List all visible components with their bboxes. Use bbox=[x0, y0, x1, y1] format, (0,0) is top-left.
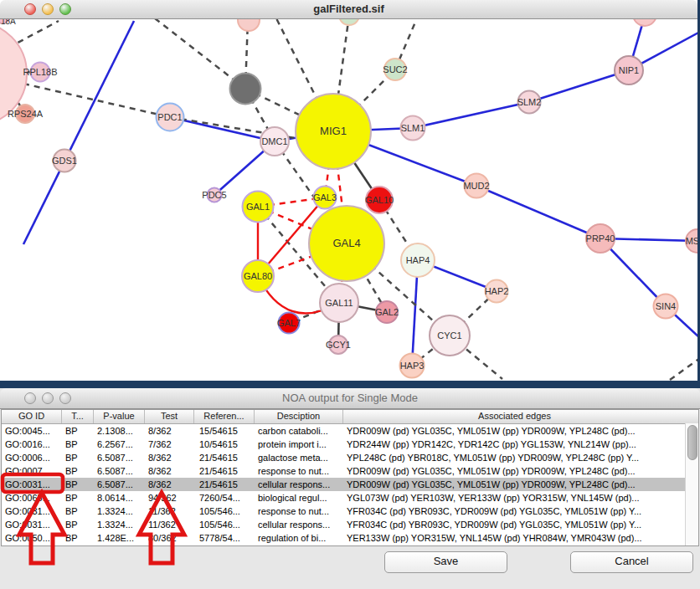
node-gal3[interactable]: GAL3 bbox=[313, 187, 337, 209]
table-cell: GO:0007... bbox=[2, 464, 62, 478]
node-gal7[interactable]: GAL7 bbox=[277, 313, 301, 334]
table-cell: YFR034C (pd) YBR093C, YDR009W (pd) YGL03… bbox=[343, 504, 686, 518]
node-gal1[interactable]: GAL1 bbox=[243, 192, 274, 223]
column-header-referen[interactable]: Referen... bbox=[194, 410, 255, 423]
node-circle[interactable] bbox=[339, 19, 359, 25]
node-pdc1[interactable]: PDC1 bbox=[157, 104, 184, 131]
network-window-titlebar: galFiltered.sif bbox=[0, 0, 697, 19]
node-suc2[interactable]: SUC2 bbox=[383, 59, 407, 80]
table-cell: 105/546... bbox=[194, 518, 255, 531]
node-msl5[interactable]: MSL5 bbox=[686, 229, 697, 253]
node-unlabeled[interactable] bbox=[339, 19, 359, 25]
table-cell: 8/362 bbox=[145, 478, 194, 491]
table-row[interactable]: GO:0065...BP8.0614...94/3627260/54...bio… bbox=[2, 491, 698, 504]
table-body: GO:0045...BP2.1308...8/36215/54615carbon… bbox=[2, 424, 698, 545]
node-cyc1[interactable]: CYC1 bbox=[430, 315, 470, 356]
node-circle[interactable] bbox=[633, 19, 656, 26]
node-mig1[interactable]: MIG1 bbox=[296, 94, 371, 169]
table-cell: BP bbox=[62, 451, 94, 464]
node-slm1[interactable]: SLM1 bbox=[401, 116, 425, 141]
table-cell: YPL248C (pd) YBR018C, YML051W (pp) YDR00… bbox=[343, 451, 686, 464]
node-hap3[interactable]: HAP3 bbox=[400, 354, 425, 378]
table-cell: BP bbox=[62, 424, 94, 438]
node-rpl18b[interactable]: RPL18B bbox=[23, 63, 58, 82]
save-button[interactable]: Save bbox=[384, 551, 507, 573]
node-gal80[interactable]: GAL80 bbox=[242, 260, 274, 292]
table-cell: 1.428E... bbox=[94, 531, 145, 545]
table-header-row: GO IDT...P-valueTestReferen...Desciption… bbox=[2, 410, 698, 424]
node-hap2[interactable]: HAP2 bbox=[485, 280, 509, 303]
table-cell: 11/362 bbox=[145, 518, 194, 531]
node-label: CYC1 bbox=[437, 330, 461, 341]
node-circle[interactable] bbox=[230, 74, 261, 105]
table-cell: GO:0031... bbox=[2, 504, 62, 518]
table-row[interactable]: GO:0006...BP6.5087...8/36221/54615galact… bbox=[2, 451, 698, 464]
node-gal2[interactable]: GAL2 bbox=[375, 301, 399, 323]
table-cell: YER133W (pp) YOR315W, YNL145W (pd) YHR08… bbox=[343, 531, 686, 545]
node-dmc1[interactable]: DMC1 bbox=[260, 127, 289, 156]
column-header-p-value[interactable]: P-value bbox=[94, 410, 145, 423]
node-slm2[interactable]: SLM2 bbox=[517, 91, 542, 114]
table-cell: 105/546... bbox=[194, 504, 255, 518]
table-cell: BP bbox=[62, 531, 94, 545]
node-mud2[interactable]: MUD2 bbox=[463, 174, 489, 198]
node-gal11[interactable]: GAL11 bbox=[320, 284, 358, 322]
network-graph[interactable]: RPL18BRPS24AGDS1PDC1DMC1MIG1SUC2SLM1SLM2… bbox=[0, 19, 697, 381]
node-label: DMC1 bbox=[261, 136, 287, 146]
node-label: SIN4 bbox=[656, 301, 676, 311]
table-cell: GO:0031... bbox=[2, 518, 62, 531]
table-cell: 15/54615 bbox=[194, 424, 255, 438]
table-cell: BP bbox=[62, 478, 94, 491]
node-circle[interactable] bbox=[238, 19, 260, 31]
column-header-test[interactable]: Test bbox=[145, 410, 194, 423]
table-cell: YGL073W (pd) YER103W, YER133W (pp) YOR31… bbox=[343, 491, 686, 504]
table-cell: BP bbox=[62, 504, 94, 518]
table-row[interactable]: GO:0031...BP1.3324...11/362105/546...cel… bbox=[2, 518, 698, 531]
node-label: HAP2 bbox=[485, 286, 509, 296]
table-cell: carbon cataboli... bbox=[255, 424, 343, 438]
node-label: PRP40 bbox=[586, 233, 615, 243]
table-cell: biological regul... bbox=[255, 491, 343, 504]
table-row[interactable]: GO:0007...BP6.5087...8/36221/54615respon… bbox=[2, 464, 698, 478]
node-gal4[interactable]: GAL4 bbox=[309, 206, 384, 281]
scrollbar-thumb[interactable] bbox=[687, 425, 697, 460]
table-cell: 8/362 bbox=[145, 464, 194, 478]
node-prp40[interactable]: PRP40 bbox=[586, 224, 615, 253]
cancel-button[interactable]: Cancel bbox=[570, 551, 693, 573]
node-label: GAL80 bbox=[244, 271, 272, 281]
node-gcy1[interactable]: GCY1 bbox=[326, 335, 351, 354]
node-label: RPL18B bbox=[23, 67, 58, 77]
edge-dashed bbox=[155, 19, 245, 89]
node-gal10[interactable]: GAL10 bbox=[365, 187, 394, 213]
node-pdc5[interactable]: PDC5 bbox=[202, 188, 226, 202]
node-unlabeled[interactable] bbox=[633, 19, 656, 26]
column-header-t[interactable]: T... bbox=[62, 410, 94, 423]
node-sin4[interactable]: SIN4 bbox=[654, 294, 678, 319]
column-header-go-id[interactable]: GO ID bbox=[2, 410, 62, 423]
table-row[interactable]: GO:0045...BP2.1308...8/36215/54615carbon… bbox=[2, 424, 698, 438]
table-cell: BP bbox=[62, 491, 94, 504]
node-unlabeled[interactable] bbox=[238, 19, 260, 31]
node-label: HAP4 bbox=[406, 255, 430, 265]
column-header-desciption[interactable]: Desciption bbox=[255, 410, 343, 423]
vertical-scrollbar[interactable] bbox=[685, 423, 698, 545]
node-label: GAL3 bbox=[313, 192, 337, 202]
column-header-associated-edges[interactable]: Associated edges bbox=[343, 410, 686, 423]
node-label: PDC1 bbox=[157, 112, 182, 122]
table-row[interactable]: GO:0031...BP1.3324...11/362105/546...res… bbox=[2, 504, 698, 518]
table-cell: YDR244W (pp) YDR142C, YDR142C (pp) YGL15… bbox=[343, 438, 686, 451]
node-gds1[interactable]: GDS1 bbox=[52, 150, 77, 172]
table-cell: cellular respons... bbox=[255, 518, 343, 531]
node-nip1[interactable]: NIP1 bbox=[615, 56, 643, 85]
table-cell: 7260/54... bbox=[194, 491, 255, 504]
node-label: SLM1 bbox=[401, 123, 425, 133]
node-label: GAL10 bbox=[365, 195, 394, 205]
table-row[interactable]: GO:0050...BP1.428E...80/3625778/54...reg… bbox=[2, 531, 698, 545]
table-row[interactable]: GO:0031...BP6.5087...8/36221/54615cellul… bbox=[2, 478, 698, 491]
table-row[interactable]: GO:0016...BP6.2567...7/36210/54615protei… bbox=[2, 438, 698, 451]
node-hap4[interactable]: HAP4 bbox=[401, 243, 435, 277]
table-cell: protein import i... bbox=[255, 438, 343, 451]
table-cell: 6.5087... bbox=[94, 464, 145, 478]
table-cell: 80/362 bbox=[145, 531, 194, 545]
node-unlabeled[interactable] bbox=[230, 74, 261, 105]
